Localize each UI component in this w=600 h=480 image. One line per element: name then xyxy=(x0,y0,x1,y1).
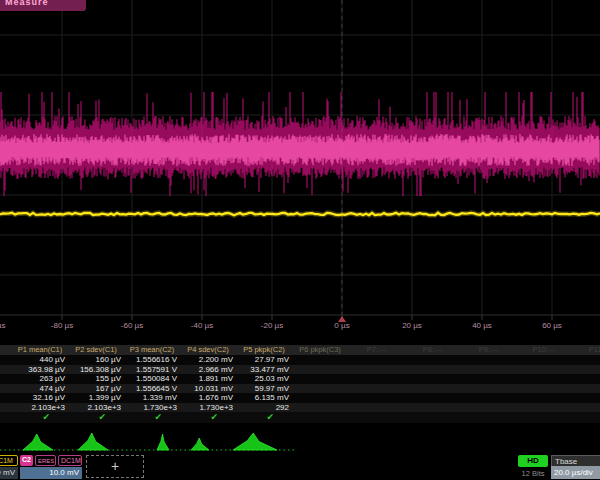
param-header-4[interactable]: P4 sdev(C2) xyxy=(180,345,236,355)
param-value-cell xyxy=(572,355,600,365)
param-value-cell xyxy=(460,384,516,394)
top-menu-label[interactable]: Measure xyxy=(0,0,86,11)
param-value-cell: 2.103e+3 xyxy=(12,403,68,413)
param-value-cell: 1.891 mV xyxy=(180,374,236,384)
status-check-icon: ✔ xyxy=(180,412,236,423)
time-axis-label: 40 µs xyxy=(452,321,512,330)
param-value-cell: 27.97 mV xyxy=(236,355,292,365)
param-value-cell: 474 µV xyxy=(12,384,68,394)
param-header-3[interactable]: P3 mean(C2) xyxy=(124,345,180,355)
timebase-descriptor[interactable]: Tbase 20.0 µs/div xyxy=(551,455,600,479)
status-check-icon: ✔ xyxy=(12,412,68,423)
param-value-cell xyxy=(292,365,348,375)
measurement-status-row: ✔✔✔✔✔ xyxy=(0,412,600,423)
param-value-cell xyxy=(348,403,404,413)
param-header-1[interactable]: P1 mean(C1) xyxy=(12,345,68,355)
param-value-cell xyxy=(516,365,572,375)
param-value-cell xyxy=(348,384,404,394)
param-header-10[interactable]: P10:--- xyxy=(516,345,572,355)
param-header-11[interactable]: P11:--- xyxy=(572,345,600,355)
param-value-cell: 1.557591 V xyxy=(124,365,180,375)
status-check-icon: ✔ xyxy=(124,412,180,423)
measurement-header-row: P1 mean(C1)P2 sdev(C1)P3 mean(C2)P4 sdev… xyxy=(0,345,600,355)
param-value-cell xyxy=(404,403,460,413)
param-value-cell: 1.730e+3 xyxy=(124,403,180,413)
time-axis-label: -100 µs xyxy=(0,321,22,330)
param-value-cell xyxy=(292,374,348,384)
param-value-cell xyxy=(572,374,600,384)
param-value-cell: 1.676 mV xyxy=(180,393,236,403)
param-value-cell xyxy=(404,393,460,403)
param-value-cell: 156.308 µV xyxy=(68,365,124,375)
param-value-cell xyxy=(572,393,600,403)
param-header-9[interactable]: P9:--- xyxy=(460,345,516,355)
param-value-cell: 25.03 mV xyxy=(236,374,292,384)
param-value-cell: 2.966 mV xyxy=(180,365,236,375)
param-header-2[interactable]: P2 sdev(C1) xyxy=(68,345,124,355)
channel-descriptor-c2[interactable]: C2 ERES DC1M 10.0 mV xyxy=(20,455,82,479)
param-value-cell: 1.556645 V xyxy=(124,384,180,394)
add-trace-button[interactable]: + xyxy=(86,455,144,478)
param-value-cell: 10.031 mV xyxy=(180,384,236,394)
param-value-cell: 1.730e+3 xyxy=(180,403,236,413)
param-value-cell: 33.477 mV xyxy=(236,365,292,375)
param-value-cell xyxy=(348,393,404,403)
param-value-cell: 59.97 mV xyxy=(236,384,292,394)
param-value-cell xyxy=(460,355,516,365)
param-value-cell: 1.550084 V xyxy=(124,374,180,384)
param-value-cell: 1.556616 V xyxy=(124,355,180,365)
param-value-cell: 32.16 µV xyxy=(12,393,68,403)
time-axis-label: 60 µs xyxy=(522,321,582,330)
param-value-cell xyxy=(404,374,460,384)
time-axis-label: -20 µs xyxy=(242,321,302,330)
param-header-5[interactable]: P5 pkpk(C2) xyxy=(236,345,292,355)
param-header-6[interactable]: P6 pkpk(C3) xyxy=(292,345,348,355)
c2-channel-tag: C2 xyxy=(20,455,33,466)
c2-eres-tag: ERES xyxy=(35,455,56,466)
timebase-value: 20.0 µs/div xyxy=(551,466,600,479)
trigger-time-marker-icon xyxy=(338,316,346,322)
param-value-cell: 292 xyxy=(236,403,292,413)
hd-bits-label: 12 Bits xyxy=(512,469,554,478)
measurement-table: P1 mean(C1)P2 sdev(C1)P3 mean(C2)P4 sdev… xyxy=(0,345,600,423)
param-value-cell xyxy=(292,403,348,413)
param-value-cell xyxy=(516,355,572,365)
param-header-8[interactable]: P8:--- xyxy=(404,345,460,355)
param-value-cell xyxy=(572,384,600,394)
param-value-cell xyxy=(348,374,404,384)
param-value-cell: 440 µV xyxy=(12,355,68,365)
param-value-cell xyxy=(404,384,460,394)
measurement-row: 263 µV155 µV1.550084 V1.891 mV25.03 mV xyxy=(0,374,600,384)
measurement-row: 363.98 µV156.308 µV1.557591 V2.966 mV33.… xyxy=(0,365,600,375)
param-value-cell xyxy=(460,393,516,403)
param-value-cell xyxy=(348,365,404,375)
param-value-cell xyxy=(460,374,516,384)
status-check-icon: ✔ xyxy=(68,412,124,423)
param-header-7[interactable]: P7:--- xyxy=(348,345,404,355)
param-value-cell: 160 µV xyxy=(68,355,124,365)
c1-scale-value: 10.0 mV xyxy=(0,467,18,479)
param-value-cell xyxy=(404,365,460,375)
c2-scale-value: 10.0 mV xyxy=(20,467,82,479)
measurement-row: 32.16 µV1.399 µV1.339 mV1.676 mV6.135 mV xyxy=(0,393,600,403)
param-value-cell: 2.200 mV xyxy=(180,355,236,365)
param-value-cell: 1.339 mV xyxy=(124,393,180,403)
time-axis-label: -40 µs xyxy=(172,321,232,330)
channel-descriptor-c1[interactable]: C1 DC1M 10.0 mV xyxy=(0,455,18,479)
param-value-cell xyxy=(460,403,516,413)
param-value-cell xyxy=(292,384,348,394)
param-value-cell xyxy=(460,365,516,375)
time-axis-label: 20 µs xyxy=(382,321,442,330)
param-value-cell: 155 µV xyxy=(68,374,124,384)
status-check-icon: ✔ xyxy=(236,412,292,423)
param-value-cell: 6.135 mV xyxy=(236,393,292,403)
param-value-cell xyxy=(516,403,572,413)
param-value-cell xyxy=(572,365,600,375)
c1-tag-row: C1 DC1M xyxy=(0,455,18,466)
param-value-cell xyxy=(516,374,572,384)
param-value-cell: 363.98 µV xyxy=(12,365,68,375)
param-value-cell: 263 µV xyxy=(12,374,68,384)
hd-mode-badge[interactable]: HD xyxy=(518,455,548,467)
time-axis-label: 0 µs xyxy=(312,321,372,330)
time-axis-label: -80 µs xyxy=(32,321,92,330)
